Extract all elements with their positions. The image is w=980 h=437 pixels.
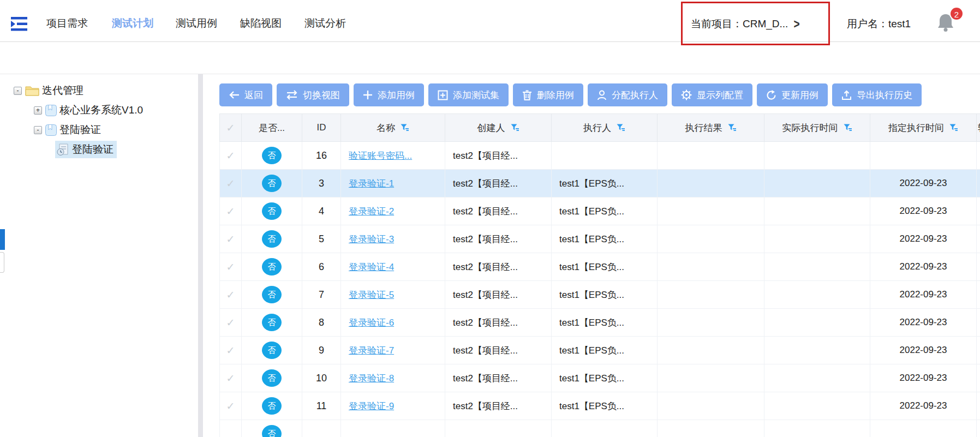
case-name-link[interactable]: 登录验证-1: [349, 178, 394, 189]
current-project-selector[interactable]: 当前项目：CRM_D...>: [691, 17, 800, 31]
scheduled-time-cell: 2022-09-23: [870, 309, 977, 337]
filter-icon[interactable]: [728, 124, 737, 132]
filter-icon[interactable]: [401, 124, 409, 132]
tree-node-label: 核心业务系统V1.0: [59, 103, 143, 117]
table-row[interactable]: ✓ 否 11 登录验证-9 test2【项目经... test1【EPS负...…: [220, 392, 980, 420]
edge-collapse-tab-white[interactable]: [0, 252, 4, 273]
table-row[interactable]: ✓ 否 6 登录验证-4 test2【项目经... test1【EPS负... …: [220, 253, 980, 281]
table-row[interactable]: ✓ 否 7 登录验证-5 test2【项目经... test1【EPS负... …: [220, 281, 980, 309]
tree-node-login-verify-parent[interactable]: - 登陆验证: [34, 121, 101, 139]
assign-executor-button[interactable]: 分配执行人: [588, 83, 667, 106]
header-name: 名称: [341, 114, 445, 142]
case-name-link[interactable]: 登录验证-6: [349, 318, 394, 328]
result-cell: [658, 281, 764, 309]
actual-time-cell: [764, 225, 870, 253]
case-name-link[interactable]: 登录验证-8: [349, 373, 394, 384]
add-case-button[interactable]: 添加用例: [354, 83, 424, 106]
row-check-icon[interactable]: ✓: [226, 289, 235, 301]
plus-icon: [363, 90, 373, 100]
plus-square-icon: [438, 90, 448, 100]
notification-bell[interactable]: 2: [936, 12, 965, 36]
nav-item-requirements[interactable]: 项目需求: [46, 16, 88, 31]
edge-collapse-tab-blue[interactable]: [0, 229, 5, 250]
nav-item-defect-view[interactable]: 缺陷视图: [240, 16, 282, 31]
case-id: 7: [302, 281, 341, 309]
creator-cell: test2【项目经...: [445, 253, 552, 281]
creator-cell: test2【项目经...: [445, 142, 552, 170]
row-check-icon[interactable]: ✓: [226, 400, 235, 412]
actual-time-cell: [764, 337, 870, 364]
table-row[interactable]: ✓ 否 8 登录验证-6 test2【项目经... test1【EPS负... …: [220, 309, 980, 337]
row-check-icon[interactable]: ✓: [226, 317, 235, 328]
scheduled-time-cell: 2022-09-23: [870, 337, 977, 364]
table-row[interactable]: ✓ 否 5 登录验证-3 test2【项目经... test1【EPS负... …: [220, 225, 980, 253]
table-row[interactable]: ✓ 否 16 验证账号密码... test2【项目经...: [220, 142, 980, 170]
check-icon[interactable]: ✓: [226, 122, 235, 134]
tree-node-iteration-management[interactable]: - 迭代管理: [14, 82, 83, 99]
row-check-icon[interactable]: ✓: [226, 206, 235, 217]
creator-cell: test2【项目经...: [445, 281, 552, 309]
table-row[interactable]: ✓ 否 4 登录验证-2 test2【项目经... test1【EPS负... …: [220, 197, 980, 225]
result-cell: [658, 364, 764, 392]
flag-badge: 否: [262, 369, 282, 387]
executor-cell: test1【EPS负...: [552, 197, 658, 225]
filter-icon[interactable]: [844, 124, 852, 132]
test-plan-doc-icon: [56, 143, 70, 156]
table-row[interactable]: ✓ 否 9 登录验证-7 test2【项目经... test1【EPS负... …: [220, 337, 980, 364]
tree-collapse-toggle[interactable]: -: [34, 126, 42, 134]
switch-view-button[interactable]: 切换视图: [277, 83, 349, 106]
case-name-link[interactable]: 登录验证-2: [349, 206, 394, 217]
case-id: 5: [302, 225, 341, 253]
scheduled-time-cell: 2022-09-23: [870, 197, 977, 225]
filter-icon[interactable]: [617, 124, 625, 132]
case-name-link[interactable]: 验证账号密码...: [349, 151, 412, 161]
filter-icon[interactable]: [949, 124, 958, 132]
export-history-button[interactable]: 导出执行历史: [832, 83, 922, 106]
result-cell: [658, 253, 764, 281]
current-project-label: 当前项目：CRM_D...: [691, 18, 788, 29]
nav-item-test-plan[interactable]: 测试计划: [112, 16, 153, 31]
update-case-button[interactable]: 更新用例: [757, 83, 828, 106]
tree-node-core-system[interactable]: + 核心业务系统V1.0: [34, 101, 143, 119]
nav-item-test-cases[interactable]: 测试用例: [176, 16, 217, 31]
case-name-link[interactable]: 登录验证-3: [349, 234, 394, 244]
case-name-link[interactable]: 登录验证-4: [349, 262, 394, 272]
creator-cell: test2【项目经...: [445, 197, 552, 225]
trash-icon: [522, 90, 532, 100]
row-check-icon[interactable]: ✓: [226, 150, 235, 161]
nav-item-test-analysis[interactable]: 测试分析: [304, 16, 346, 31]
tree-node-login-verify-leaf[interactable]: 登陆验证: [55, 141, 117, 158]
header-select-all[interactable]: ✓: [220, 114, 242, 142]
case-name-link[interactable]: 登录验证-9: [349, 401, 394, 411]
case-name-link[interactable]: 登录验证-5: [349, 290, 394, 300]
column-config-button[interactable]: 显示列配置: [672, 83, 752, 106]
case-id: 11: [302, 392, 341, 420]
filter-icon[interactable]: [511, 124, 519, 132]
result-cell: [658, 225, 764, 253]
menu-toggle-icon[interactable]: [10, 15, 29, 33]
tree-node-label: 登陆验证: [59, 123, 101, 137]
table-row[interactable]: ✓ 否 10 登录验证-8 test2【项目经... test1【EPS负...…: [220, 364, 980, 392]
table-row[interactable]: ✓ 否: [220, 420, 980, 437]
delete-case-button[interactable]: 删除用例: [513, 83, 583, 106]
tree-collapse-toggle[interactable]: -: [14, 87, 22, 95]
tree-expand-toggle[interactable]: +: [34, 106, 42, 115]
row-check-icon[interactable]: ✓: [226, 178, 235, 189]
clipped-cell: [977, 337, 980, 364]
notification-count-badge: 2: [949, 7, 964, 21]
back-button[interactable]: 返回: [219, 83, 272, 106]
flag-badge: 否: [262, 202, 282, 220]
actual-time-cell: [764, 309, 870, 337]
row-check-icon[interactable]: ✓: [226, 345, 235, 356]
row-check-icon[interactable]: ✓: [226, 373, 235, 384]
case-name-link[interactable]: 登录验证-7: [349, 345, 394, 356]
row-check-icon[interactable]: ✓: [226, 234, 235, 245]
flag-badge: 否: [262, 286, 282, 303]
sidebar-divider[interactable]: [198, 74, 203, 437]
table-row[interactable]: ✓ 否 3 登录验证-1 test2【项目经... test1【EPS负... …: [220, 170, 980, 197]
executor-cell: test1【EPS负...: [552, 253, 658, 281]
creator-cell: test2【项目经...: [445, 309, 552, 337]
add-test-set-button[interactable]: 添加测试集: [428, 83, 509, 106]
row-check-icon[interactable]: ✓: [226, 261, 235, 273]
flag-badge: 否: [262, 314, 282, 331]
